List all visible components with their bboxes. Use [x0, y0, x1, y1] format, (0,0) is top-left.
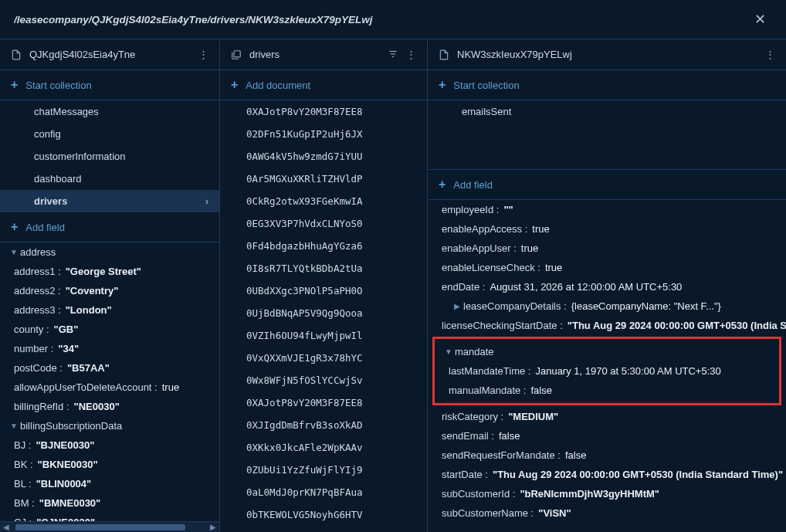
caret-down-icon[interactable]: ▼ — [442, 347, 455, 356]
panel-document-root: QJKgdjS4l02sEia4yTne ⋮ + Start collectio… — [0, 39, 220, 532]
add-document-label: Add document — [246, 80, 310, 91]
document-item[interactable]: 0aL0MdJ0prKN7PqBFAua — [220, 481, 427, 503]
field-key: startDate : — [442, 469, 488, 480]
field-key: licenseCheckingStartDate : — [442, 320, 563, 331]
field-row[interactable]: sendRequestForMandate :false — [428, 446, 786, 465]
field-row[interactable]: BK :"BKNE0030" — [0, 455, 219, 474]
start-collection-label: Start collection — [25, 80, 91, 91]
field-row[interactable]: ▼mandate — [435, 342, 779, 361]
field-row[interactable]: endDate :August 31, 2026 at 12:00:00 AM … — [428, 277, 786, 296]
collection-item[interactable]: drivers› — [0, 190, 219, 212]
caret-right-icon[interactable]: ▶ — [451, 302, 463, 310]
document-icon — [11, 49, 22, 60]
field-row[interactable]: address1 :"George Street" — [0, 262, 219, 281]
add-field-label: Add field — [453, 179, 493, 191]
field-value: "" — [503, 204, 513, 215]
path-input[interactable] — [14, 14, 748, 25]
field-row[interactable]: number :"34" — [0, 339, 219, 358]
field-row[interactable]: subCustomerName :"ViSN" — [428, 503, 786, 523]
field-row[interactable]: address3 :"London" — [0, 300, 219, 320]
document-item[interactable]: 0Ar5MGXuXKRliTZHVldP — [220, 168, 427, 190]
document-item[interactable]: 0XJIgdDmBfrvB3soXkAD — [220, 414, 427, 436]
menu-icon[interactable]: ⋮ — [765, 49, 775, 60]
panel-collection: drivers ⋮ + Add document 0XAJotP8vY20M3F… — [220, 39, 428, 532]
document-item[interactable]: 0EG3XV3P7hVdxCLNYoS0 — [220, 212, 427, 235]
field-row[interactable]: enableAppAccess :true — [428, 219, 786, 239]
field-row[interactable]: BL :"BLIN0004" — [0, 474, 219, 493]
document-icon — [439, 49, 449, 60]
field-row[interactable]: enableLicenseCheck :true — [428, 258, 786, 277]
field-value: August 31, 2026 at 12:00:00 AM UTC+5:30 — [490, 281, 682, 293]
field-row[interactable]: riskCategory :"MEDIUM" — [428, 407, 786, 426]
field-row[interactable]: ▶leaseCompanyDetails :{leaseCompanyName:… — [428, 296, 786, 316]
document-item[interactable]: 0Fd4bdgazbHhuAgYGza6 — [220, 235, 427, 257]
document-item[interactable]: 0UBdXXgc3PNOlP5aPH0O — [220, 280, 427, 302]
field-value: "George Street" — [66, 266, 141, 277]
field-value: "NE0030" — [74, 401, 120, 412]
document-item[interactable]: 0AWG4kV5hw9zmdG7iYUU — [220, 145, 427, 168]
collection-item[interactable]: config — [0, 123, 219, 145]
field-value: "Coventry" — [66, 285, 119, 296]
menu-icon[interactable]: ⋮ — [198, 49, 208, 60]
field-row[interactable]: BJ :"BJNE0030" — [0, 435, 219, 455]
document-item[interactable]: 0ZUbUi1YzZfuWjFlYIj9 — [220, 459, 427, 481]
collection-item[interactable]: emailsSent — [428, 100, 786, 123]
field-row[interactable]: county :"GB" — [0, 320, 219, 339]
add-document-button[interactable]: + Add document — [220, 70, 427, 100]
field-key: subCustomerId : — [442, 488, 515, 500]
document-item[interactable]: 0CkRg2otwX93FGeKmwIA — [220, 190, 427, 212]
document-item[interactable]: 0Wx8WFjN5fOSlYCCwjSv — [220, 369, 427, 391]
field-row[interactable]: manualMandate :false — [435, 381, 779, 400]
menu-icon[interactable]: ⋮ — [406, 49, 416, 60]
start-collection-button[interactable]: + Start collection — [0, 70, 219, 100]
start-collection-button[interactable]: + Start collection — [428, 70, 786, 100]
field-row[interactable]: subCustomerId :"bReNIcmmDjhW3gyHHMtM" — [428, 484, 786, 503]
document-item[interactable]: 0XAJotP8vY20M3F87EE8 — [220, 100, 427, 123]
field-row[interactable]: CJ :"CJNE0030" — [0, 513, 219, 521]
collection-item[interactable]: chatMessages — [0, 100, 219, 123]
panel-document-detail: NKW3szkIeuxX79pYELwj ⋮ + Start collectio… — [428, 39, 786, 532]
document-item[interactable]: 02DFn51KuGpIP2uHj6JX — [220, 123, 427, 145]
field-value: January 1, 1970 at 5:30:00 AM UTC+5:30 — [535, 365, 720, 377]
field-value: "ViSN" — [538, 507, 571, 519]
horizontal-scrollbar[interactable]: ◀▶ — [0, 521, 219, 532]
add-field-button[interactable]: + Add field — [0, 212, 219, 242]
document-item[interactable]: 0UjBdBNqAP5V9Qg9Qooa — [220, 302, 427, 324]
document-item[interactable]: 0bTKEWOLVG5NoyhG6HTV — [220, 503, 427, 526]
document-item[interactable]: 0XKkx0JkcAFle2WpKAAv — [220, 436, 427, 459]
field-row[interactable]: sendEmail :false — [428, 426, 786, 446]
field-row[interactable]: postCode :"B57AA" — [0, 358, 219, 378]
add-field-button[interactable]: + Add field — [428, 170, 786, 200]
filter-icon[interactable] — [388, 49, 398, 60]
field-value: "London" — [66, 304, 112, 316]
document-item[interactable]: 0XAJotP8vY20M3F87EE8 — [220, 391, 427, 414]
document-item[interactable]: 0VZIh6OU94fLwyMjpwIl — [220, 324, 427, 347]
field-value: true — [532, 223, 549, 235]
field-key: sendRequestForMandate : — [442, 449, 561, 461]
field-row[interactable]: ▼address — [0, 242, 219, 262]
close-icon[interactable]: ✕ — [748, 8, 772, 31]
field-row[interactable]: ▼billingSubscriptionData — [0, 416, 219, 435]
field-value: "BJNE0030" — [36, 439, 94, 451]
field-row[interactable]: address2 :"Coventry" — [0, 281, 219, 300]
field-row[interactable]: lastMandateTime :January 1, 1970 at 5:30… — [435, 361, 779, 381]
field-row[interactable]: BM :"BMNE0030" — [0, 493, 219, 513]
caret-down-icon[interactable]: ▼ — [8, 248, 20, 256]
field-row[interactable]: billingRefId :"NE0030" — [0, 397, 219, 416]
field-value: "BMNE0030" — [39, 497, 101, 509]
document-item[interactable]: 0VxQXXmVJE1gR3x78hYC — [220, 347, 427, 369]
field-row[interactable]: allowAppUserToDeleteAccount :true — [0, 378, 219, 397]
highlighted-field-group: ▼mandatelastMandateTime :January 1, 1970… — [432, 337, 781, 405]
collection-item[interactable]: dashboard — [0, 168, 219, 190]
field-row[interactable]: startDate :"Thu Aug 29 2024 00:00:00 GMT… — [428, 465, 786, 484]
field-row[interactable]: licenseCheckingStartDate :"Thu Aug 29 20… — [428, 316, 786, 335]
document-item[interactable]: 0nJnoRmXGnZ55Tb8Mx3U — [220, 526, 427, 532]
add-field-label: Add field — [25, 222, 65, 233]
field-key: lastMandateTime : — [449, 365, 530, 377]
field-row[interactable]: employeeId :"" — [428, 200, 786, 219]
document-item[interactable]: 0I8sR7TLYQtkBDbA2tUa — [220, 257, 427, 280]
field-value: "34" — [58, 343, 79, 354]
field-row[interactable]: enableAppUser :true — [428, 239, 786, 258]
collection-item[interactable]: customerInformation — [0, 145, 219, 168]
caret-down-icon[interactable]: ▼ — [8, 422, 20, 430]
